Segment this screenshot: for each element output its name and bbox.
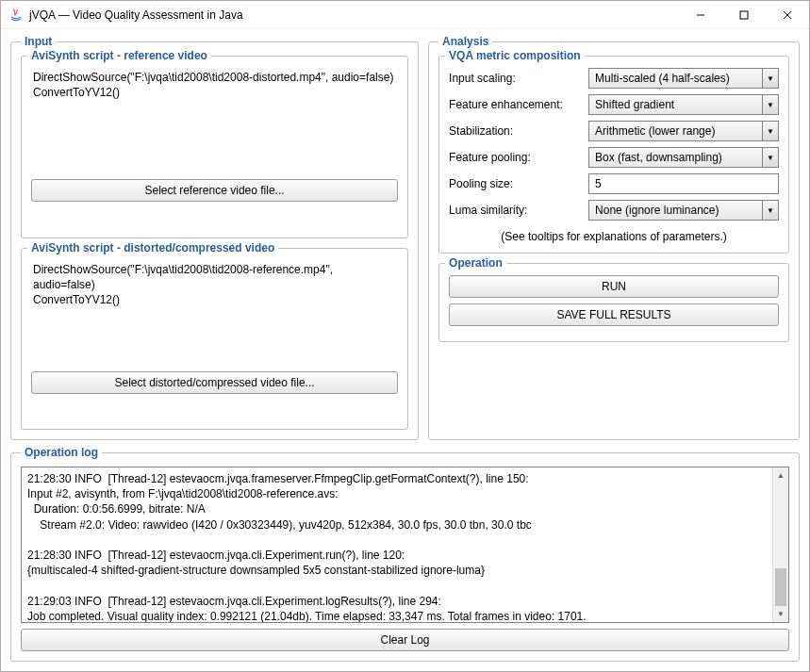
close-button[interactable] xyxy=(766,1,809,29)
tooltip-note: (See tooltips for explanations of parame… xyxy=(449,230,779,243)
luma-similarity-value: None (ignore luminance) xyxy=(588,200,762,221)
content-area: Input AviSynth script - reference video … xyxy=(1,29,809,671)
clear-log-button[interactable]: Clear Log xyxy=(21,629,789,651)
scroll-thumb[interactable] xyxy=(775,568,786,606)
chevron-down-icon: ▼ xyxy=(762,94,779,115)
feature-enhancement-value: Shifted gradient xyxy=(588,94,762,115)
input-panel: Input AviSynth script - reference video … xyxy=(10,35,419,440)
feature-pooling-label: Feature pooling: xyxy=(449,151,581,164)
input-scaling-combo[interactable]: Multi-scaled (4 half-scales) ▼ xyxy=(588,68,779,89)
distorted-script-input[interactable] xyxy=(31,260,398,371)
select-reference-button[interactable]: Select reference video file... xyxy=(31,179,398,202)
metric-group: VQA metric composition Input scaling: Mu… xyxy=(438,56,789,254)
minimize-button[interactable] xyxy=(679,1,722,29)
select-distorted-button[interactable]: Select distorted/compressed video file..… xyxy=(31,371,398,394)
feature-pooling-combo[interactable]: Box (fast, downsampling) ▼ xyxy=(588,147,779,168)
save-results-button[interactable]: SAVE FULL RESULTS xyxy=(449,303,779,326)
svg-rect-1 xyxy=(740,11,748,19)
window-title: jVQA — Video Quality Assessment in Java xyxy=(29,8,679,22)
input-legend: Input xyxy=(21,35,56,48)
scroll-track[interactable] xyxy=(773,484,788,606)
luma-similarity-label: Luma similarity: xyxy=(449,204,581,217)
distorted-legend: AviSynth script - distorted/compressed v… xyxy=(27,241,278,254)
feature-pooling-value: Box (fast, downsampling) xyxy=(588,147,762,168)
stabilization-combo[interactable]: Arithmetic (lower range) ▼ xyxy=(588,121,779,141)
log-scroll-area: 21:28:30 INFO [Thread-12] estevaocm.jvqa… xyxy=(21,467,789,623)
stabilization-value: Arithmetic (lower range) xyxy=(588,121,762,141)
metric-legend: VQA metric composition xyxy=(445,49,585,62)
log-panel: Operation log 21:28:30 INFO [Thread-12] … xyxy=(10,446,800,662)
maximize-button[interactable] xyxy=(722,1,766,29)
input-scaling-value: Multi-scaled (4 half-scales) xyxy=(588,68,762,89)
pooling-size-label: Pooling size: xyxy=(449,177,581,190)
operation-group: Operation RUN SAVE FULL RESULTS xyxy=(438,263,789,342)
operation-legend: Operation xyxy=(445,256,506,270)
log-legend: Operation log xyxy=(21,446,102,459)
window-controls xyxy=(679,1,809,29)
scroll-down-icon[interactable]: ▼ xyxy=(773,606,788,622)
reference-group: AviSynth script - reference video Select… xyxy=(21,56,408,238)
analysis-legend: Analysis xyxy=(438,35,492,48)
chevron-down-icon: ▼ xyxy=(762,68,779,89)
scroll-up-icon[interactable]: ▲ xyxy=(773,467,788,484)
pooling-size-input[interactable] xyxy=(588,173,779,194)
run-button[interactable]: RUN xyxy=(449,275,779,298)
chevron-down-icon: ▼ xyxy=(762,200,779,221)
distorted-group: AviSynth script - distorted/compressed v… xyxy=(21,248,408,431)
stabilization-label: Stabilization: xyxy=(449,124,581,138)
analysis-panel: Analysis VQA metric composition Input sc… xyxy=(428,35,800,440)
java-app-icon xyxy=(8,8,24,23)
luma-similarity-combo[interactable]: None (ignore luminance) ▼ xyxy=(588,200,779,221)
reference-script-input[interactable] xyxy=(31,68,398,179)
input-scaling-label: Input scaling: xyxy=(449,72,581,85)
feature-enhancement-label: Feature enhancement: xyxy=(449,98,581,111)
app-window: jVQA — Video Quality Assessment in Java … xyxy=(0,0,810,672)
log-text[interactable]: 21:28:30 INFO [Thread-12] estevaocm.jvqa… xyxy=(22,467,772,622)
chevron-down-icon: ▼ xyxy=(762,121,779,141)
feature-enhancement-combo[interactable]: Shifted gradient ▼ xyxy=(588,94,779,115)
reference-legend: AviSynth script - reference video xyxy=(27,49,211,62)
log-scrollbar[interactable]: ▲ ▼ xyxy=(772,467,788,622)
chevron-down-icon: ▼ xyxy=(762,147,779,168)
titlebar: jVQA — Video Quality Assessment in Java xyxy=(1,1,809,29)
